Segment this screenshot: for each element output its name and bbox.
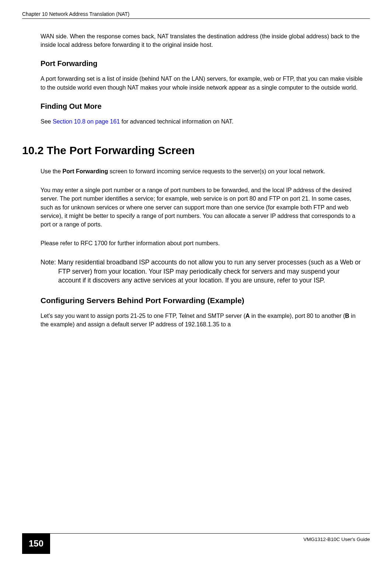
body-content: WAN side. When the response comes back, … — [22, 32, 370, 329]
page-footer: 150 VMG1312-B10C User's Guide — [0, 533, 392, 554]
finding-out-post: for advanced technical information on NA… — [120, 118, 233, 125]
section-link[interactable]: Section 10.8 on page 161 — [53, 118, 120, 125]
page-header: Chapter 10 Network Address Translation (… — [22, 11, 370, 19]
section-10-2-heading: 10.2 The Port Forwarding Screen — [22, 144, 363, 157]
port-forwarding-bold: Port Forwarding — [63, 168, 108, 174]
page-number: 150 — [22, 533, 50, 554]
config-pre: Let's say you want to assign ports 21-25… — [41, 313, 245, 319]
port-forwarding-heading: Port Forwarding — [41, 59, 363, 68]
use-paragraph: Use the Port Forwarding screen to forwar… — [41, 167, 363, 176]
config-paragraph: Let's say you want to assign ports 21-25… — [41, 312, 363, 329]
single-port-paragraph: You may enter a single port number or a … — [41, 186, 363, 229]
guide-name: VMG1312-B10C User's Guide — [304, 534, 370, 542]
use-post: screen to forward incoming service reque… — [108, 168, 325, 174]
port-forwarding-paragraph: A port forwarding set is a list of insid… — [41, 74, 363, 91]
finding-out-heading: Finding Out More — [41, 102, 363, 111]
chapter-title: Chapter 10 Network Address Translation (… — [22, 11, 130, 17]
rfc-paragraph: Please refer to RFC 1700 for further inf… — [41, 239, 363, 247]
finding-out-paragraph: See Section 10.8 on page 161 for advance… — [41, 117, 363, 126]
config-b-bold: B — [345, 313, 350, 319]
use-pre: Use the — [41, 168, 63, 174]
intro-paragraph: WAN side. When the response comes back, … — [41, 32, 363, 49]
config-heading: Configuring Servers Behind Port Forwardi… — [41, 296, 363, 305]
config-a-bold: A — [245, 313, 250, 319]
note-paragraph: Note: Many residential broadband ISP acc… — [41, 258, 363, 285]
config-mid: in the example), port 80 to another ( — [250, 313, 345, 319]
finding-out-pre: See — [41, 118, 53, 125]
